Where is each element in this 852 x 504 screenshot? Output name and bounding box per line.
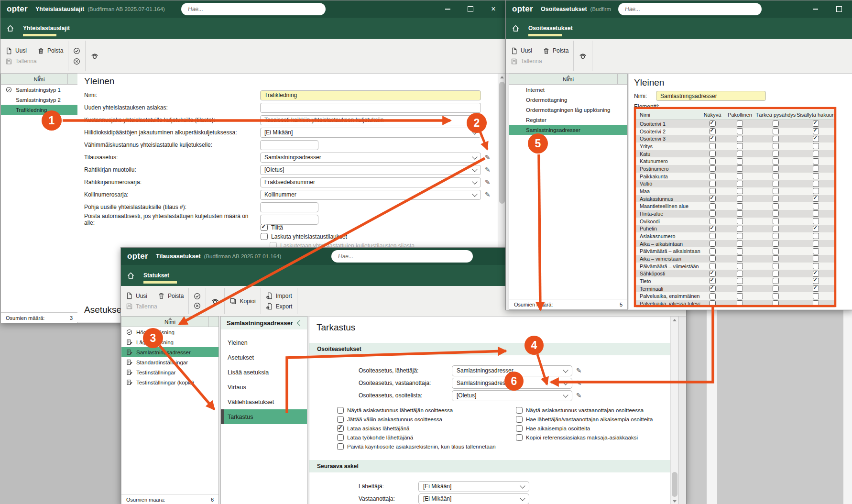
save-button[interactable]: Tallenna <box>5 58 63 65</box>
checkbox-pakollinen[interactable] <box>737 285 743 292</box>
minimize-button[interactable] <box>807 0 823 18</box>
delete-button[interactable]: Poista <box>158 292 184 299</box>
edit-pencil-icon[interactable]: ✎ <box>576 392 582 399</box>
checkbox-sisallyta-hakuun[interactable] <box>813 151 819 157</box>
checkbox-tarkea-pysahdys[interactable] <box>773 165 779 172</box>
checkbox-pakollinen[interactable] <box>737 271 743 277</box>
checkbox-tarkea-pysahdys[interactable] <box>773 226 779 232</box>
checkbox-sisallyta-hakuun[interactable] <box>813 300 819 307</box>
checkbox-nakyva[interactable] <box>710 181 716 187</box>
checkbox-nakyva[interactable] <box>710 188 716 194</box>
minimize-button[interactable] <box>439 0 456 18</box>
checkbox-nakyva[interactable] <box>710 121 716 127</box>
edit-pencil-icon[interactable]: ✎ <box>485 166 491 174</box>
checkbox-sisallyta-hakuun[interactable] <box>813 210 819 217</box>
list-item[interactable]: Samlastningstyp 2 <box>1 95 77 105</box>
checkbox-nakyva[interactable] <box>710 293 716 299</box>
checkbox-tarkea-pysahdys[interactable] <box>773 218 779 224</box>
checkbox-tarkea-pysahdys[interactable] <box>773 210 779 217</box>
checkbox-nakyva[interactable] <box>710 196 716 202</box>
checkbox-sisallyta-hakuun[interactable] <box>813 248 819 254</box>
checkbox-sisallyta-hakuun[interactable] <box>813 263 819 269</box>
checkbox[interactable] <box>337 407 344 414</box>
checkbox-nakyva[interactable] <box>710 128 716 134</box>
maximize-button[interactable] <box>831 0 847 18</box>
checkbox-tarkea-pysahdys[interactable] <box>773 128 779 134</box>
nav-item[interactable]: Lisää asetuksia <box>221 365 307 380</box>
checkbox-pakollinen[interactable] <box>737 241 743 247</box>
checkbox-sisallyta-hakuun[interactable] <box>813 278 819 284</box>
new-button[interactable]: Uusi <box>5 47 27 55</box>
checkbox-pakollinen[interactable] <box>737 188 743 194</box>
checkbox-tarkea-pysahdys[interactable] <box>773 255 779 262</box>
checkbox-nakyva[interactable] <box>710 278 716 284</box>
edit-pencil-icon[interactable]: ✎ <box>485 153 491 161</box>
checkbox-nakyva[interactable] <box>710 158 716 164</box>
checkbox-tarkea-pysahdys[interactable] <box>773 233 779 239</box>
field-input[interactable]: [Oletus] <box>260 165 481 175</box>
checkbox-pakollinen[interactable] <box>737 136 743 142</box>
checkbox-pakollinen[interactable] <box>737 181 743 187</box>
checkbox[interactable] <box>337 416 344 423</box>
field-input[interactable]: Tasaisesti kaikkiin yhteislastauksen kul… <box>260 115 481 125</box>
checkbox-sisallyta-hakuun[interactable] <box>813 136 819 142</box>
checkbox-pakollinen[interactable] <box>737 278 743 284</box>
checkbox-tarkea-pysahdys[interactable] <box>773 293 779 299</box>
checkbox-sisallyta-hakuun[interactable] <box>813 233 819 239</box>
new-button[interactable]: Uusi <box>511 47 532 55</box>
list-item[interactable]: Ordermottagningen låg upplösning <box>509 105 627 115</box>
checkbox-sisallyta-hakuun[interactable] <box>813 203 819 209</box>
field-input[interactable] <box>260 140 318 150</box>
field-input[interactable]: Samlastningsadresser <box>260 153 481 163</box>
checkbox-tarkea-pysahdys[interactable] <box>773 121 779 127</box>
checkbox-pakollinen[interactable] <box>737 196 743 202</box>
checkbox-tarkea-pysahdys[interactable] <box>773 248 779 254</box>
search-input[interactable] <box>331 250 473 263</box>
export-button[interactable]: Export <box>266 303 293 310</box>
checkbox-sisallyta-hakuun[interactable] <box>813 158 819 164</box>
checkbox-tarkea-pysahdys[interactable] <box>773 300 779 307</box>
nav-item[interactable]: Tarkastus <box>221 409 307 424</box>
checkbox-pakollinen[interactable] <box>737 300 743 307</box>
tab-statukset[interactable]: Statukset <box>143 272 169 279</box>
field-input[interactable] <box>260 103 481 113</box>
checkbox-tarkea-pysahdys[interactable] <box>773 158 779 164</box>
checkbox[interactable] <box>337 425 344 432</box>
checkbox-pakollinen[interactable] <box>737 293 743 299</box>
preview-button[interactable] <box>211 297 219 306</box>
panel-scrollbar[interactable] <box>670 317 678 504</box>
checkbox-sisallyta-hakuun[interactable] <box>813 143 819 149</box>
checkbox-tarkea-pysahdys[interactable] <box>773 136 779 142</box>
list-header[interactable]: Nimi <box>1 74 77 85</box>
checkbox[interactable] <box>516 434 523 441</box>
edit-pencil-icon[interactable]: ✎ <box>576 367 582 374</box>
field-input[interactable]: Kollinummer <box>260 190 481 200</box>
checkbox-nakyva[interactable] <box>710 241 716 247</box>
search-input[interactable] <box>181 3 326 15</box>
dropdown[interactable]: [Ei Mikään] <box>418 481 529 492</box>
home-icon[interactable] <box>512 24 520 33</box>
dropdown[interactable]: [Ei Mikään] <box>418 493 529 504</box>
checkbox-nakyva[interactable] <box>710 210 716 217</box>
copy-button[interactable]: Kopioi <box>229 297 255 305</box>
field-input[interactable]: Trafikledning <box>260 90 481 100</box>
nav-item[interactable]: Asetukset <box>221 350 307 365</box>
cancel-button[interactable] <box>194 302 201 309</box>
search-input[interactable] <box>618 3 762 15</box>
accept-button[interactable] <box>73 47 80 55</box>
checkbox-sisallyta-hakuun[interactable] <box>813 165 819 172</box>
edit-pencil-icon[interactable]: ✎ <box>485 191 491 198</box>
list-header[interactable]: Nimi <box>509 74 627 85</box>
checkbox[interactable] <box>516 416 523 423</box>
checkbox-sisallyta-hakuun[interactable] <box>813 173 819 179</box>
checkbox-tarkea-pysahdys[interactable] <box>773 151 779 157</box>
field-input[interactable] <box>260 202 318 212</box>
checkbox[interactable] <box>261 224 268 231</box>
checkbox-pakollinen[interactable] <box>737 218 743 224</box>
checkbox[interactable] <box>261 233 268 240</box>
checkbox-tarkea-pysahdys[interactable] <box>773 271 779 277</box>
checkbox[interactable] <box>337 434 344 441</box>
checkbox-sisallyta-hakuun[interactable] <box>813 121 819 127</box>
checkbox-pakollinen[interactable] <box>737 263 743 269</box>
list-item[interactable]: Internet <box>509 85 627 95</box>
